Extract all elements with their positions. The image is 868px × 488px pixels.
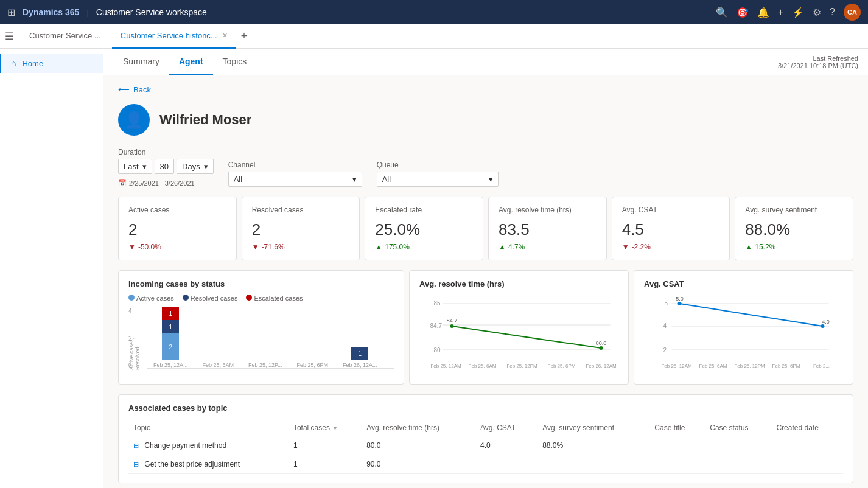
duration-select-value[interactable]: 30 (155, 159, 174, 174)
col-avg-csat: Avg. CSAT (475, 420, 537, 436)
filter-icon[interactable]: ⚡ (792, 7, 804, 18)
svg-text:Feb 26, 12AM: Feb 26, 12AM (586, 363, 617, 369)
kpi-cards-row: Active cases 2 ▼ -50.0% Resolved cases 2… (118, 197, 853, 260)
bell-icon[interactable]: 🔔 (757, 7, 769, 18)
tab-agent[interactable]: Agent (169, 49, 213, 75)
arrow-down-icon: ▼ (128, 243, 136, 251)
main-content: Summary Agent Topics Last Refreshed 3/21… (103, 49, 868, 488)
sidebar: ⌂ Home (0, 49, 103, 488)
svg-text:5.0: 5.0 (676, 296, 684, 302)
agent-name: Wilfried Moser (159, 112, 251, 128)
kpi-avg-survey-title: Avg. survey sentiment (745, 206, 843, 214)
duration-filter-row: Last ▾ 30 Days ▾ (118, 159, 214, 174)
app-name: Customer Service workspace (96, 7, 207, 17)
back-label: Back (133, 85, 151, 94)
kpi-active-cases-title: Active cases (128, 206, 226, 214)
svg-line-6 (452, 326, 601, 348)
cell-date-2 (771, 455, 843, 474)
user-avatar[interactable]: CA (844, 4, 861, 21)
tab-summary[interactable]: Summary (113, 49, 169, 75)
table-row: ⊞ Change payment method 1 80.0 4.0 88.0% (128, 436, 843, 455)
cell-status-2 (705, 455, 771, 474)
cell-survey-1: 88.0% (537, 436, 649, 455)
arrow-down-icon: ▼ (252, 243, 259, 251)
bar-label-5: Feb 26, 12A... (343, 362, 377, 368)
summary-tab-label: Summary (123, 57, 159, 66)
charts-row: Incoming cases by status Active cases Re… (118, 270, 853, 385)
back-button[interactable]: ⟵ Back (118, 85, 853, 94)
col-total-cases[interactable]: Total cases ▾ (289, 420, 362, 436)
queue-select[interactable]: All ▾ (377, 172, 499, 187)
avg-csat-svg: 5 4 2 5.0 4.0 (644, 295, 843, 374)
target-icon[interactable]: 🎯 (737, 7, 749, 18)
cell-status-1 (705, 436, 771, 455)
cell-survey-2 (537, 455, 649, 474)
duration-label: Duration (118, 148, 214, 156)
tab-customer-service[interactable]: Customer Service ... (21, 24, 110, 49)
hamburger-menu[interactable]: ☰ (5, 30, 13, 42)
cell-topic-2: ⊞ Get the best price adjustment (128, 455, 289, 474)
tab-label: Customer Service ... (29, 31, 101, 40)
last-refreshed-label: Last Refreshed (778, 55, 858, 62)
kpi-avg-resolve-title: Avg. resolve time (hrs) (499, 206, 597, 214)
expand-icon-2[interactable]: ⊞ (133, 461, 139, 468)
kpi-avg-survey-value: 88.0% (745, 220, 843, 239)
channel-select[interactable]: All ▾ (228, 172, 362, 187)
kpi-resolved-cases-change: ▼ -71.6% (252, 243, 350, 251)
svg-text:2: 2 (663, 347, 667, 354)
add-tab-button[interactable]: + (241, 30, 248, 43)
kpi-escalated-rate-value: 25.0% (375, 220, 473, 239)
kpi-avg-survey: Avg. survey sentiment 88.0% ▲ 15.2% (735, 197, 853, 260)
svg-point-8 (600, 346, 603, 350)
tab-close-icon[interactable]: ✕ (222, 32, 228, 40)
app-grid-icon[interactable]: ⊞ (7, 7, 15, 18)
queue-label: Queue (377, 161, 499, 169)
cell-title-2 (649, 455, 705, 474)
date-range-value: 2/25/2021 - 3/26/2021 (129, 180, 195, 187)
help-icon[interactable]: ? (830, 7, 835, 18)
kpi-resolved-cases: Resolved cases 2 ▼ -71.6% (242, 197, 360, 260)
sidebar-item-home[interactable]: ⌂ Home (0, 54, 103, 73)
svg-line-22 (680, 304, 823, 326)
svg-text:85: 85 (434, 300, 441, 307)
kpi-avg-csat-title: Avg. CSAT (622, 206, 720, 214)
bar-active: 2 (162, 333, 179, 360)
svg-text:Feb 25, 6PM: Feb 25, 6PM (548, 363, 576, 369)
associated-cases-table-card: Associated cases by topic Topic Total ca… (118, 394, 853, 483)
duration-select-unit[interactable]: Days ▾ (177, 159, 214, 174)
col-created-date: Created date (771, 420, 843, 436)
queue-filter-group: Queue All ▾ (377, 161, 499, 187)
chart-legend: Active cases Resolved cases Escalated ca… (128, 295, 394, 302)
svg-text:Feb 25, 6AM: Feb 25, 6AM (699, 363, 727, 369)
associated-cases-table: Topic Total cases ▾ Avg. resolve time (h… (128, 420, 843, 474)
svg-text:5: 5 (665, 300, 668, 307)
add-icon[interactable]: + (778, 7, 783, 18)
search-icon[interactable]: 🔍 (716, 7, 728, 18)
associated-cases-title: Associated cases by topic (128, 403, 843, 413)
svg-point-23 (678, 302, 682, 305)
bar-chart-container: 4 2 0 1 1 2 (128, 308, 394, 370)
col-topic: Topic (128, 420, 289, 436)
tab-topics[interactable]: Topics (213, 49, 257, 75)
cell-resolve-2: 90.0 (362, 455, 475, 474)
kpi-avg-csat-change: ▼ -2.2% (622, 243, 720, 251)
svg-text:80.0: 80.0 (596, 340, 607, 346)
tab-customer-service-historic[interactable]: Customer Service historic... ✕ (112, 24, 236, 49)
legend-active: Active cases (128, 295, 174, 302)
svg-text:Feb 25, 12AM: Feb 25, 12AM (430, 363, 461, 369)
table-row: ⊞ Get the best price adjustment 1 90.0 (128, 455, 843, 474)
settings-icon[interactable]: ⚙ (813, 7, 821, 18)
duration-select-last[interactable]: Last ▾ (118, 159, 152, 174)
nav-separator: | (86, 8, 88, 17)
kpi-active-cases: Active cases 2 ▼ -50.0% (118, 197, 237, 260)
channel-label: Channel (228, 161, 362, 169)
col-case-title: Case title (649, 420, 705, 436)
topics-tab-label: Topics (223, 57, 247, 66)
incoming-cases-chart-title: Incoming cases by status (128, 279, 394, 288)
expand-icon-1[interactable]: ⊞ (133, 442, 139, 449)
arrow-up-icon: ▲ (745, 243, 752, 251)
back-arrow-icon: ⟵ (118, 85, 130, 94)
kpi-escalated-rate: Escalated rate 25.0% ▲ 175.0% (365, 197, 483, 260)
avg-csat-chart-title: Avg. CSAT (644, 279, 843, 288)
col-avg-survey: Avg. survey sentiment (537, 420, 649, 436)
